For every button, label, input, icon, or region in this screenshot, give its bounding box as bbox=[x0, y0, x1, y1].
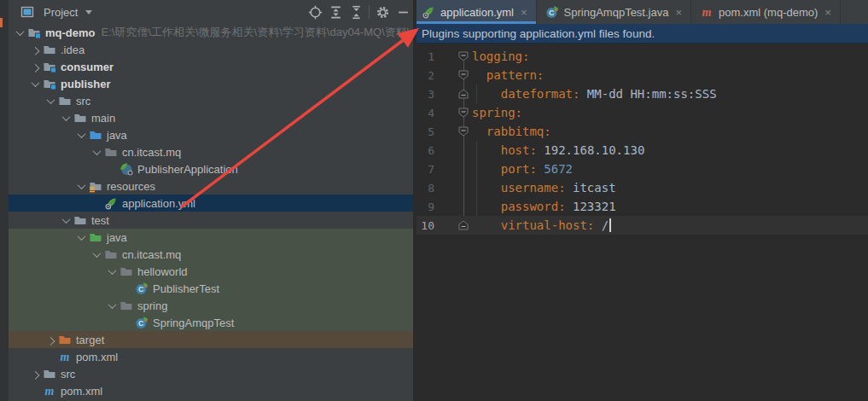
text-cursor bbox=[609, 218, 611, 232]
code-line-10[interactable]: 10 virtual-host: / bbox=[413, 216, 868, 235]
svg-text:m: m bbox=[61, 351, 70, 363]
folder-icon bbox=[73, 213, 89, 227]
code-text: host: 192.168.10.130 bbox=[472, 143, 644, 157]
chevron-expanded-icon[interactable] bbox=[27, 76, 43, 91]
module-folder-icon bbox=[27, 26, 43, 39]
tree-row-application.yml[interactable]: application.yml bbox=[9, 195, 413, 212]
code-line-3[interactable]: 3 dateformat: MM-dd HH:mm:ss:SSS bbox=[413, 84, 868, 103]
tree-item-label: application.yml bbox=[122, 197, 195, 210]
svg-text:C: C bbox=[138, 319, 144, 328]
editor-tab-application.yml[interactable]: application.yml× bbox=[413, 0, 537, 24]
tree-item-label: PublisherTest bbox=[153, 282, 219, 295]
locate-file-button[interactable] bbox=[305, 2, 325, 22]
tree-row-target[interactable]: target bbox=[9, 331, 413, 348]
tree-item-label: SpringAmqpTest bbox=[153, 317, 234, 329]
chevron-spacer bbox=[119, 281, 135, 296]
code-line-5[interactable]: 5 rabbitmq: bbox=[413, 122, 868, 141]
close-tab-icon[interactable]: × bbox=[521, 7, 527, 18]
tree-item-label: src bbox=[61, 368, 75, 381]
chevron-spacer bbox=[43, 349, 58, 364]
chevron-expanded-icon[interactable] bbox=[89, 144, 104, 160]
plugin-suggestion-banner: Plugins supporting application.yml files… bbox=[413, 24, 868, 44]
fold-marker-icon[interactable] bbox=[458, 70, 469, 80]
chevron-collapsed-icon[interactable] bbox=[27, 42, 43, 57]
collapse-all-button[interactable] bbox=[346, 2, 366, 22]
editor-area: application.yml×CSpringAmqpTest.java×mpo… bbox=[413, 0, 868, 401]
tree-row-cn.itcast.mq[interactable]: cn.itcast.mq bbox=[9, 246, 413, 263]
tree-item-label: mq-demo bbox=[45, 26, 96, 39]
chevron-expanded-icon[interactable] bbox=[73, 230, 89, 245]
svg-text:C: C bbox=[549, 9, 555, 17]
hide-panel-button[interactable] bbox=[393, 2, 413, 22]
tree-item-label: .idea bbox=[61, 44, 84, 56]
tree-row-consumer[interactable]: consumer bbox=[9, 58, 413, 75]
chevron-expanded-icon[interactable] bbox=[73, 127, 89, 142]
chevron-expanded-icon[interactable] bbox=[73, 178, 89, 194]
fold-marker-icon[interactable] bbox=[458, 51, 469, 61]
code-line-9[interactable]: 9 password: 123321 bbox=[413, 197, 868, 216]
code-line-8[interactable]: 8 username: itcast bbox=[413, 178, 868, 197]
code-editor[interactable]: 1logging:2 pattern:3 dateformat: MM-dd H… bbox=[413, 44, 868, 401]
code-text: virtual-host: / bbox=[472, 218, 611, 232]
fold-marker-icon[interactable] bbox=[458, 89, 469, 99]
code-line-7[interactable]: 7 port: 5672 bbox=[413, 160, 868, 178]
code-line-1[interactable]: 1logging: bbox=[413, 47, 868, 66]
chevron-spacer bbox=[27, 383, 43, 398]
tree-row-publishertest[interactable]: CPublisherTest bbox=[9, 280, 413, 297]
tree-row-test[interactable]: test bbox=[9, 212, 413, 229]
close-tab-icon[interactable]: × bbox=[675, 7, 682, 18]
panel-splitter[interactable] bbox=[413, 0, 417, 401]
chevron-expanded-icon[interactable] bbox=[12, 25, 27, 40]
code-line-4[interactable]: 4spring: bbox=[413, 103, 868, 122]
tree-row-pom.xml[interactable]: mpom.xml bbox=[9, 382, 413, 399]
code-text: logging: bbox=[472, 49, 529, 63]
tree-row-publisher[interactable]: publisher bbox=[9, 75, 413, 92]
chevron-spacer bbox=[89, 195, 104, 211]
chevron-down-icon[interactable] bbox=[85, 10, 92, 15]
tree-row-publisherapplication[interactable]: PublisherApplication bbox=[9, 160, 413, 177]
code-text: dateformat: MM-dd HH:mm:ss:SSS bbox=[472, 87, 717, 101]
close-tab-icon[interactable]: × bbox=[824, 7, 831, 18]
project-panel-title: Project bbox=[44, 6, 78, 19]
tree-row-mq-demo[interactable]: mq-demoE:\研究僧\工作相关\微服务相关\资料\学习资料\day04-M… bbox=[9, 24, 413, 41]
code-text: spring: bbox=[472, 106, 522, 119]
tree-row-helloworld[interactable]: helloworld bbox=[9, 263, 413, 280]
code-line-6[interactable]: 6 host: 192.168.10.130 bbox=[413, 141, 868, 160]
code-line-2[interactable]: 2 pattern: bbox=[413, 66, 868, 84]
chevron-expanded-icon[interactable] bbox=[104, 298, 119, 313]
chevron-expanded-icon[interactable] bbox=[58, 212, 73, 228]
editor-tab-pom.xml--mq-demo-[interactable]: mpom.xml (mq-demo)× bbox=[691, 0, 841, 24]
settings-gear-button[interactable] bbox=[372, 2, 393, 22]
tree-item-label: consumer bbox=[61, 61, 114, 73]
chevron-expanded-icon[interactable] bbox=[43, 93, 58, 108]
maven-tab-icon: m bbox=[700, 5, 714, 19]
tree-row-springamqptest[interactable]: CSpringAmqpTest bbox=[9, 314, 413, 331]
fold-marker-spacer bbox=[458, 164, 469, 174]
tree-row-src[interactable]: src bbox=[9, 92, 413, 109]
chevron-collapsed-icon[interactable] bbox=[27, 366, 43, 381]
fold-marker-spacer bbox=[458, 145, 469, 155]
chevron-expanded-icon[interactable] bbox=[104, 264, 119, 279]
tree-row-.idea[interactable]: .idea bbox=[9, 41, 413, 58]
tree-row-main[interactable]: main bbox=[9, 109, 413, 126]
tree-row-java[interactable]: java bbox=[9, 126, 413, 143]
tree-row-src[interactable]: src bbox=[9, 365, 413, 382]
chevron-expanded-icon[interactable] bbox=[89, 247, 104, 262]
expand-all-button[interactable] bbox=[325, 2, 346, 22]
tree-row-spring[interactable]: spring bbox=[9, 297, 413, 314]
tree-row-pom.xml[interactable]: mpom.xml bbox=[9, 348, 413, 365]
tree-row-resources[interactable]: resources bbox=[9, 177, 413, 195]
fold-marker-icon[interactable] bbox=[458, 220, 469, 230]
tree-item-label: pom.xml bbox=[76, 351, 118, 363]
chevron-collapsed-icon[interactable] bbox=[27, 59, 43, 74]
fold-marker-icon[interactable] bbox=[458, 108, 469, 118]
annotation-arrow-fragment bbox=[0, 18, 3, 27]
chevron-expanded-icon[interactable] bbox=[58, 110, 73, 125]
project-tree: mq-demoE:\研究僧\工作相关\微服务相关\资料\学习资料\day04-M… bbox=[9, 24, 413, 399]
tree-row-java[interactable]: java bbox=[9, 229, 413, 246]
tree-row-cn.itcast.mq[interactable]: cn.itcast.mq bbox=[9, 143, 413, 160]
folder-icon bbox=[43, 43, 58, 56]
chevron-collapsed-icon[interactable] bbox=[43, 332, 58, 347]
fold-marker-icon[interactable] bbox=[458, 126, 469, 137]
editor-tab-springamqptest.java[interactable]: CSpringAmqpTest.java× bbox=[537, 0, 691, 24]
